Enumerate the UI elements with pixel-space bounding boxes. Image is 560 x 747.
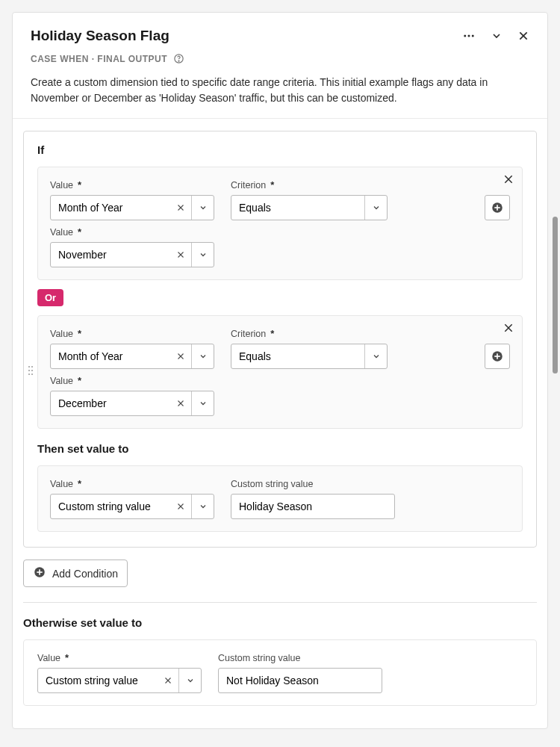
criterion-input[interactable]: [231, 196, 364, 220]
clear-icon[interactable]: [170, 196, 191, 220]
remove-condition-icon[interactable]: [503, 173, 514, 188]
value-input[interactable]: [51, 196, 170, 220]
otherwise-value-combo[interactable]: [37, 668, 202, 693]
value-label: Value*: [50, 478, 214, 489]
add-criterion-button[interactable]: [485, 344, 510, 369]
panel-body: If Value* Criterion: [13, 119, 547, 728]
value-combo-2[interactable]: [50, 242, 214, 267]
then-heading: Then set value to: [37, 442, 523, 455]
otherwise-card: Value* Custom string value: [23, 639, 537, 706]
value-label: Value*: [50, 179, 214, 190]
close-icon[interactable]: [517, 30, 529, 42]
svg-point-6: [178, 61, 179, 61]
subtitle-row: CASE WHEN · FINAL OUTPUT: [31, 53, 529, 64]
custom-string-label: Custom string value: [218, 653, 382, 663]
then-card: Value* Custom string value: [37, 465, 523, 532]
svg-point-16: [28, 366, 30, 368]
svg-point-18: [28, 370, 30, 371]
title-row: Holiday Season Flag: [31, 28, 529, 44]
condition-card: Value* Criterion*: [37, 315, 523, 429]
rule-panel: Holiday Season Flag CASE WHEN · FINAL OU…: [12, 12, 548, 729]
svg-point-21: [31, 374, 33, 375]
chevron-down-icon[interactable]: [191, 243, 214, 267]
remove-condition-icon[interactable]: [503, 322, 514, 337]
value-input[interactable]: [51, 391, 170, 415]
criterion-input[interactable]: [231, 344, 364, 368]
value-input[interactable]: [51, 344, 170, 368]
criterion-combo[interactable]: [231, 195, 388, 220]
more-icon[interactable]: [462, 29, 476, 43]
value-field-2: Value*: [50, 226, 214, 267]
chevron-down-icon[interactable]: [364, 196, 387, 220]
svg-point-20: [28, 374, 30, 375]
clear-icon[interactable]: [170, 344, 191, 368]
svg-point-0: [464, 35, 466, 37]
value-label: Value*: [37, 652, 202, 663]
value-label: Value*: [50, 328, 214, 339]
chevron-down-icon[interactable]: [191, 344, 214, 368]
then-custom-string-field: Custom string value: [231, 479, 395, 519]
value-combo-2[interactable]: [50, 391, 214, 416]
criterion-field: Criterion*: [231, 328, 388, 369]
otherwise-value-type-field: Value*: [37, 652, 202, 693]
panel-header: Holiday Season Flag CASE WHEN · FINAL OU…: [13, 13, 547, 119]
otherwise-heading: Otherwise set value to: [23, 616, 537, 629]
value-field-1: Value*: [50, 328, 214, 369]
then-value-input[interactable]: [51, 495, 170, 518]
value-combo-1[interactable]: [50, 195, 214, 220]
value-field-1: Value*: [50, 179, 214, 220]
otherwise-block: Otherwise set value to Value* Custom str…: [23, 616, 537, 706]
help-icon[interactable]: [173, 53, 184, 64]
otherwise-value-input[interactable]: [38, 669, 158, 692]
svg-point-17: [31, 366, 33, 368]
add-criterion-button[interactable]: [485, 195, 510, 220]
add-condition-button[interactable]: Add Condition: [23, 560, 128, 587]
if-heading: If: [37, 143, 523, 156]
then-value-combo[interactable]: [50, 494, 214, 519]
description: Create a custom dimension tied to specif…: [31, 75, 529, 106]
chevron-down-icon[interactable]: [364, 344, 387, 368]
custom-string-label: Custom string value: [231, 479, 395, 489]
then-value-type-field: Value*: [50, 478, 214, 519]
clear-icon[interactable]: [170, 243, 191, 267]
value-input[interactable]: [51, 243, 170, 267]
scrollbar-thumb[interactable]: [553, 217, 558, 374]
criterion-field: Criterion*: [231, 179, 388, 220]
chevron-down-icon[interactable]: [191, 196, 214, 220]
plus-circle-icon: [33, 565, 46, 581]
subtitle: CASE WHEN · FINAL OUTPUT: [31, 54, 167, 64]
add-condition-label: Add Condition: [52, 568, 118, 580]
drag-handle-icon[interactable]: [28, 365, 34, 379]
criterion-label: Criterion*: [231, 328, 388, 339]
svg-point-2: [472, 35, 474, 37]
chevron-down-icon[interactable]: [178, 669, 201, 692]
chevron-down-icon[interactable]: [191, 495, 214, 518]
value-label: Value*: [50, 375, 214, 386]
otherwise-custom-string-input[interactable]: [218, 668, 382, 693]
clear-icon[interactable]: [170, 391, 191, 415]
value-label: Value*: [50, 226, 214, 238]
page-title: Holiday Season Flag: [31, 28, 169, 44]
chevron-down-icon[interactable]: [191, 391, 214, 415]
otherwise-custom-string-field: Custom string value: [218, 653, 382, 693]
svg-point-1: [468, 35, 470, 37]
then-custom-string-input[interactable]: [231, 494, 395, 519]
svg-point-19: [31, 370, 33, 371]
criterion-combo[interactable]: [231, 344, 388, 369]
clear-icon[interactable]: [158, 669, 178, 692]
value-field-2: Value*: [50, 375, 214, 416]
title-actions: [462, 29, 529, 43]
collapse-icon[interactable]: [491, 30, 503, 42]
then-block: Then set value to Value* Custom: [37, 442, 523, 532]
value-combo-1[interactable]: [50, 344, 214, 369]
divider: [23, 602, 537, 603]
criterion-label: Criterion*: [231, 179, 388, 190]
condition-card: Value* Criterion*: [37, 167, 523, 280]
if-block: If Value* Criterion: [23, 131, 537, 548]
or-connector[interactable]: Or: [37, 289, 63, 306]
clear-icon[interactable]: [170, 495, 191, 518]
